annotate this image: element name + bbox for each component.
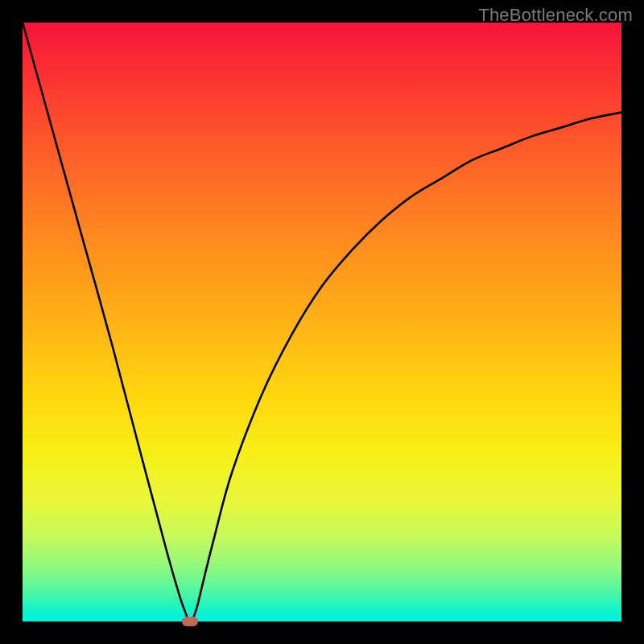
curve-svg	[23, 23, 621, 621]
watermark-text: TheBottleneck.com	[478, 5, 633, 26]
minimum-marker	[182, 617, 198, 626]
chart-frame: TheBottleneck.com	[0, 0, 644, 644]
bottleneck-curve	[23, 23, 621, 621]
plot-area	[23, 23, 621, 621]
